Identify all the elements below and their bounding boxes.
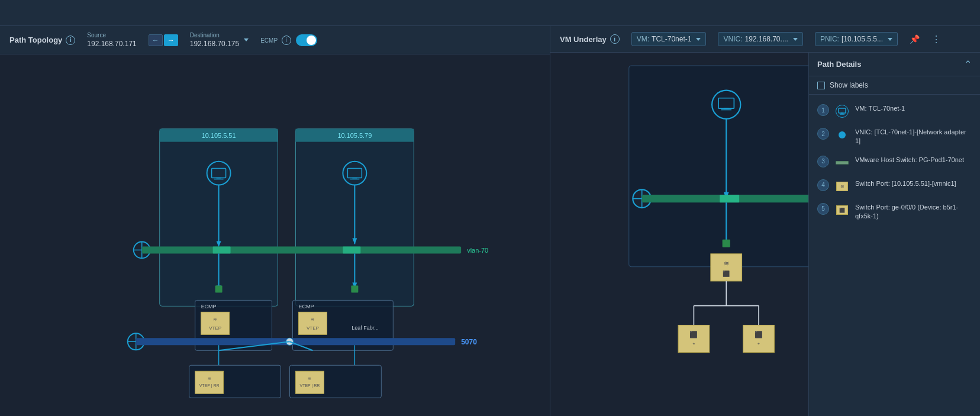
switch-port-icon-4: ≋ — [836, 182, 848, 191]
path-topology-label: Path Topology — [9, 36, 62, 44]
host-switch-icon-3 — [836, 161, 849, 165]
vm-dropdown[interactable]: VM: TCL-70net-1 — [631, 32, 707, 46]
path-item-text-2: VNIC: [TCL-70net-1]-[Network adapter 1] — [855, 128, 972, 146]
main-content: Path Topology i Source 192.168.70.171 ← … — [0, 26, 980, 416]
svg-rect-38 — [298, 312, 327, 334]
svg-text:⬛: ⬛ — [755, 330, 763, 338]
vnic-chevron-icon — [793, 38, 798, 41]
path-details-panel: Path Details ⌃ Show labels 1 — [808, 53, 980, 416]
left-panel: Path Topology i Source 192.168.70.171 ← … — [0, 26, 550, 416]
source-label: Source — [87, 32, 136, 38]
destination-value: 192.168.70.175 — [190, 40, 239, 48]
path-item-icon-2 — [835, 128, 849, 142]
path-item-num-2: 2 — [817, 128, 829, 140]
topology-svg: 10.105.5.51 10.105.5.79 — [0, 54, 550, 416]
svg-text:≋: ≋ — [311, 317, 315, 322]
svg-text:vlan-70: vlan-70 — [467, 247, 488, 254]
vm-underlay-title: VM Underlay i — [560, 34, 620, 44]
svg-rect-21 — [142, 246, 461, 253]
svg-text:5070: 5070 — [461, 338, 477, 346]
source-value: 192.168.70.171 — [87, 40, 136, 48]
vnic-label: VNIC: — [723, 35, 742, 43]
destination-field-group: Destination 192.168.70.175 — [190, 32, 239, 48]
direction-buttons: ← → — [149, 34, 178, 46]
svg-text:ECMP: ECMP — [298, 304, 314, 309]
vm-value: TCL-70net-1 — [652, 35, 691, 43]
path-details-title: Path Details — [817, 60, 861, 69]
path-item-icon-1 — [835, 104, 849, 118]
ecmp-group: ECMP i — [260, 34, 317, 46]
kebab-menu-icon[interactable]: ⋮ — [931, 34, 942, 45]
ecmp-toggle-slider — [296, 34, 317, 46]
destination-label: Destination — [190, 32, 239, 38]
vm-chevron-icon — [696, 38, 701, 41]
path-item-num-3: 3 — [817, 156, 829, 167]
ecmp-toggle[interactable] — [296, 34, 317, 46]
svg-text:≋: ≋ — [840, 184, 844, 189]
svg-rect-23 — [343, 246, 360, 253]
svg-text:≋: ≋ — [308, 376, 311, 380]
path-topology-title: Path Topology i — [9, 36, 75, 45]
path-details-header: Path Details ⌃ — [809, 53, 980, 76]
svg-rect-30 — [351, 285, 358, 292]
topology-canvas: 10.105.5.51 10.105.5.79 — [0, 54, 550, 416]
svg-text:ECMP: ECMP — [201, 304, 217, 309]
path-item-4: 4 ≋ Switch Port: [10.105.5.51]-[vmnic1] — [809, 175, 980, 198]
path-item-num-5: 5 — [817, 203, 829, 215]
path-item-1: 1 VM: TCL-70net-1 — [809, 99, 980, 123]
svg-text:⬛: ⬛ — [839, 207, 845, 213]
svg-rect-85 — [743, 325, 775, 353]
path-item-text-4: Switch Port: [10.105.5.51]-[vmnic1] — [855, 179, 956, 188]
vnic-dropdown[interactable]: VNIC: 192.168.70.... — [718, 32, 802, 46]
svg-text:VTEP: VTEP — [307, 325, 319, 331]
path-item-text-3: VMware Host Switch: PG-Pod1-70net — [855, 156, 964, 165]
switch-port-icon-5: ⬛ — [836, 205, 848, 215]
svg-rect-74 — [723, 240, 730, 247]
vm-icon-1 — [836, 105, 849, 118]
svg-rect-29 — [215, 285, 223, 292]
path-topology-info-icon[interactable]: i — [66, 36, 75, 45]
svg-text:≋: ≋ — [213, 317, 217, 322]
direction-left-btn[interactable]: ← — [149, 34, 163, 46]
path-item-icon-5: ⬛ — [835, 203, 849, 217]
show-labels-checkbox[interactable] — [817, 82, 825, 89]
show-labels-row: Show labels — [809, 76, 980, 95]
top-bar — [0, 0, 980, 26]
svg-rect-60 — [629, 66, 830, 267]
pnic-dropdown[interactable]: PNIC: [10.105.5.5... — [815, 32, 898, 46]
destination-group: Destination 192.168.70.175 — [190, 32, 249, 48]
svg-text:≋: ≋ — [208, 376, 211, 380]
svg-text:*: * — [757, 341, 760, 347]
path-item-5: 5 ⬛ Switch Port: ge-0/0/0 (Device: b5r1-… — [809, 198, 980, 226]
ecmp-text: ECMP — [260, 37, 278, 43]
path-item-num-1: 1 — [817, 104, 829, 116]
svg-rect-33 — [201, 312, 230, 334]
vm-label: VM: — [637, 35, 649, 43]
svg-text:10.105.5.79: 10.105.5.79 — [337, 132, 372, 139]
pnic-chevron-icon — [888, 38, 892, 41]
svg-text:⬛: ⬛ — [689, 330, 698, 338]
svg-text:VTEP | RR: VTEP | RR — [199, 383, 220, 388]
svg-rect-88 — [839, 108, 846, 113]
right-panel-header: VM Underlay i VM: TCL-70net-1 VNIC: 192.… — [550, 26, 980, 53]
path-details-collapse-btn[interactable]: ⌃ — [964, 59, 972, 70]
svg-text:VTEP | RR: VTEP | RR — [299, 383, 320, 388]
destination-dropdown-icon[interactable] — [244, 38, 249, 41]
ecmp-info-icon[interactable]: i — [282, 36, 291, 45]
vm-underlay-info-icon[interactable]: i — [610, 34, 620, 44]
path-item-icon-4: ≋ — [835, 179, 849, 194]
vnic-icon-2 — [839, 131, 846, 138]
svg-rect-71 — [720, 195, 739, 202]
left-panel-header: Path Topology i Source 192.168.70.171 ← … — [0, 26, 550, 54]
path-items-list: 1 VM: TCL-70net-1 — [809, 95, 980, 416]
path-item-icon-3 — [835, 156, 849, 170]
pin-icon[interactable]: 📌 — [910, 34, 920, 44]
pnic-label: PNIC: — [820, 35, 839, 43]
vnic-value: 192.168.70.... — [744, 35, 788, 43]
show-labels-text: Show labels — [830, 81, 868, 89]
direction-right-btn[interactable]: → — [164, 34, 178, 46]
path-item-2: 2 VNIC: [TCL-70net-1]-[Network adapter 1… — [809, 123, 980, 151]
svg-text:≋: ≋ — [724, 260, 729, 267]
svg-rect-53 — [195, 371, 224, 394]
svg-text:10.105.5.51: 10.105.5.51 — [202, 132, 236, 139]
